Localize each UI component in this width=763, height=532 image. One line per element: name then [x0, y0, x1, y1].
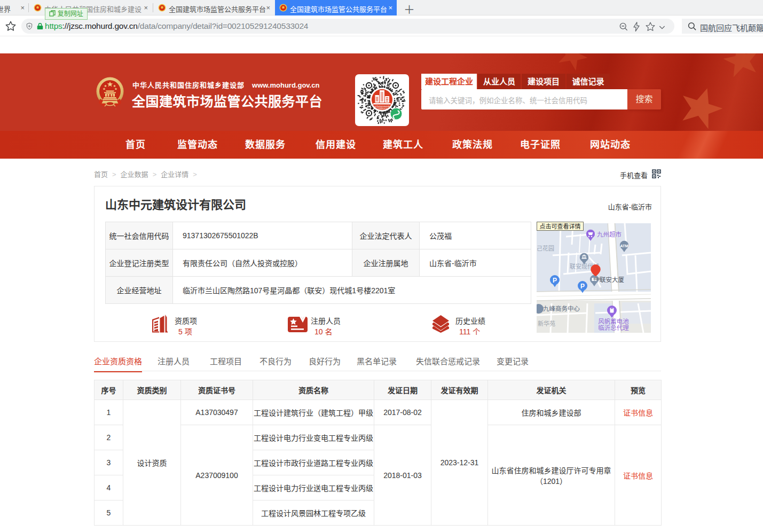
svg-text:风帆蓄电池: 风帆蓄电池: [598, 318, 629, 325]
svg-text:九峰商务中心: 九峰商务中心: [543, 305, 580, 312]
svg-text:ATM: ATM: [620, 244, 628, 248]
svg-text:公共服务平台: 公共服务平台: [376, 107, 388, 110]
svg-text:己花园: 己花园: [537, 245, 554, 252]
svg-text:九州超市: 九州超市: [597, 231, 622, 238]
svg-text:新华苑: 新华苑: [538, 320, 555, 327]
svg-text:全国建筑市场监管: 全国建筑市场监管: [374, 105, 390, 108]
svg-text:P: P: [553, 277, 557, 284]
svg-text:联安大厦: 联安大厦: [600, 276, 624, 283]
svg-text:P: P: [580, 283, 585, 290]
svg-text:临沂总代理: 临沂总代理: [598, 324, 629, 331]
